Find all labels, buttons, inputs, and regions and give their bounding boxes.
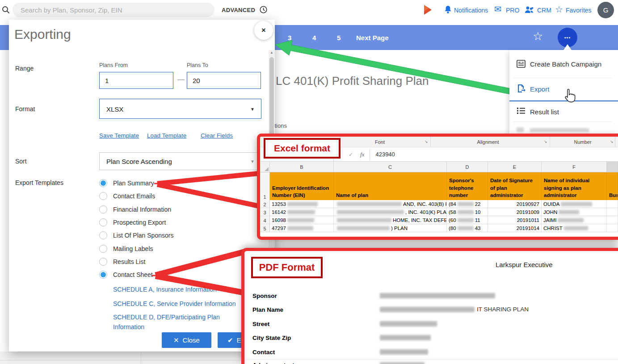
redacted-text [559, 210, 579, 214]
menu-item-export[interactable]: Export [530, 85, 549, 93]
cell-phone-tail: 43 [475, 226, 481, 231]
radio-row-prospecting-export[interactable]: Prospecting Export [99, 218, 166, 227]
cell-ein: 13253 [272, 201, 286, 207]
menu-caret-notch [563, 44, 572, 50]
sort-select[interactable]: Plan Score Ascending ▼ [99, 152, 261, 170]
pagination-page-3[interactable]: 3 [288, 34, 291, 42]
search-icon[interactable] [2, 6, 10, 14]
pdf-format-screenshot: PDF Format Larkspur Executive Sponsor Pl… [241, 248, 618, 364]
notifications-bell-icon[interactable] [444, 5, 452, 14]
radio-row-mailing-labels[interactable]: Mailing Labels [99, 244, 153, 254]
dialog-launcher-icon: ↘ [544, 139, 547, 144]
export-icon [517, 84, 526, 95]
redacted-text [458, 202, 474, 206]
row-number: 2 [260, 200, 270, 208]
cell-phone-tail: 10 [475, 209, 481, 215]
format-label: Format [15, 105, 35, 113]
radio-button[interactable] [99, 245, 107, 253]
schedule-a-link[interactable]: SCHEDULE A, Insurance Information [113, 286, 217, 293]
radio-button-selected[interactable] [99, 179, 107, 187]
radio-button[interactable] [99, 205, 107, 213]
ribbon-divider [615, 137, 615, 147]
radio-button[interactable] [99, 218, 107, 226]
radio-row-contact-emails[interactable]: Contact Emails [99, 191, 155, 201]
excel-column-headers: B C D E F [260, 162, 618, 172]
cell-date: 20191014 [517, 226, 539, 231]
radio-button[interactable] [99, 231, 107, 239]
user-avatar[interactable]: G [597, 2, 614, 18]
batch-campaign-icon [517, 60, 526, 70]
pdf-field-label: Plan Name [252, 306, 283, 313]
plans-from-input[interactable] [99, 72, 173, 89]
pagination-next-page[interactable]: Next Page [356, 34, 389, 42]
pagination-page-5[interactable]: 5 [337, 34, 341, 42]
mail-envelope-icon[interactable]: ✉ [494, 4, 501, 14]
pdf-field-label: City State Zip [252, 335, 291, 341]
cell-plan-name: AND, INC. 403(B) RETIREM [403, 201, 447, 207]
nav-favorites[interactable]: Favorites [566, 7, 592, 14]
history-clock-icon[interactable] [260, 6, 267, 13]
pdf-field-label: Admin contact [252, 362, 294, 364]
fx-icon: fx [360, 151, 364, 158]
radio-row-list-of-plan-sponsors[interactable]: List Of Plan Sponsors [99, 230, 173, 240]
redacted-text [337, 218, 391, 222]
format-select[interactable]: XLSX ▼ [99, 99, 261, 119]
nav-crm[interactable]: CRM [537, 7, 551, 14]
page-footer-strip [0, 351, 244, 364]
modal-title: Exporting [14, 27, 71, 42]
menu-item-create-batch-campaign[interactable]: Create Batch Campaign [530, 60, 601, 68]
formula-check-icon: ✓ [349, 151, 353, 158]
scrollbar-up-arrow-icon[interactable]: ▲ [269, 50, 275, 54]
cell-plan-name: , INC. 401(K) PLAN [405, 209, 447, 215]
radio-button[interactable] [99, 192, 107, 200]
play-store-icon[interactable] [424, 5, 432, 15]
schedule-c-link[interactable]: SCHEDULE C, Service Provider Information [113, 300, 236, 307]
menu-divider [513, 121, 612, 122]
redacted-text [287, 202, 318, 206]
favorites-star-icon[interactable]: ☆ [555, 4, 563, 15]
radio-label: Contact Sheet [113, 271, 153, 278]
crm-people-icon[interactable] [525, 6, 534, 14]
header-cell-signer: Name of individual signing as plan admin… [542, 172, 607, 200]
top-bar: ADVANCED Notifications ✉ PRO CRM ☆ Favor… [0, 0, 618, 20]
save-template-link[interactable]: Save Template [99, 132, 139, 139]
redacted-text [337, 226, 390, 230]
sort-label: Sort [15, 158, 27, 165]
radio-button[interactable] [99, 258, 107, 266]
radio-row-contact-sheet[interactable]: Contact Sheet [99, 270, 153, 280]
redacted-text [287, 218, 314, 222]
row-number: 1 [260, 172, 270, 200]
favorite-star-icon[interactable]: ☆ [533, 30, 543, 42]
cell-phone: (60 [449, 218, 456, 223]
formula-bar-value: 423940 [375, 151, 395, 158]
plans-to-input[interactable] [187, 72, 261, 89]
schedule-d-link[interactable]: SCHEDULE D, DFE/Participating Plan Infor… [113, 313, 233, 331]
search-input[interactable] [13, 3, 214, 17]
radio-row-financial-information[interactable]: Financial Information [99, 205, 171, 214]
radio-row-plan-summary[interactable]: Plan Summary [99, 178, 154, 188]
row-number: 3 [260, 208, 270, 216]
load-template-link[interactable]: Load Template [147, 132, 186, 139]
modal-close-button[interactable]: × [254, 21, 273, 40]
export-button-label: E [237, 336, 241, 344]
radio-row-results-list[interactable]: Results List [99, 257, 145, 267]
advanced-search-button[interactable]: ADVANCED [222, 7, 255, 13]
radio-button-selected[interactable] [99, 271, 107, 279]
pagination-page-4[interactable]: 4 [312, 34, 316, 42]
nav-notifications[interactable]: Notifications [454, 7, 488, 14]
cell-phone-tail: 22 [475, 201, 481, 207]
menu-item-result-list[interactable]: Result list [530, 108, 559, 116]
dialog-launcher-icon: ↘ [610, 139, 614, 144]
redacted-text [561, 202, 592, 206]
cell-ein: 47297 [272, 226, 286, 231]
close-button[interactable]: ✕ Close [162, 332, 211, 348]
result-list-icon [517, 107, 526, 116]
ribbon-group-alignment: Alignment [477, 139, 499, 145]
close-button-label: Close [183, 336, 200, 344]
dialog-launcher-icon: ↘ [425, 139, 428, 144]
cell-plan-name: ) PLAN [391, 226, 408, 231]
clear-fields-link[interactable]: Clear Fields [201, 132, 233, 139]
pdf-field-label: Contact [252, 349, 275, 356]
nav-pro[interactable]: PRO [506, 7, 519, 14]
redacted-text [380, 335, 431, 340]
